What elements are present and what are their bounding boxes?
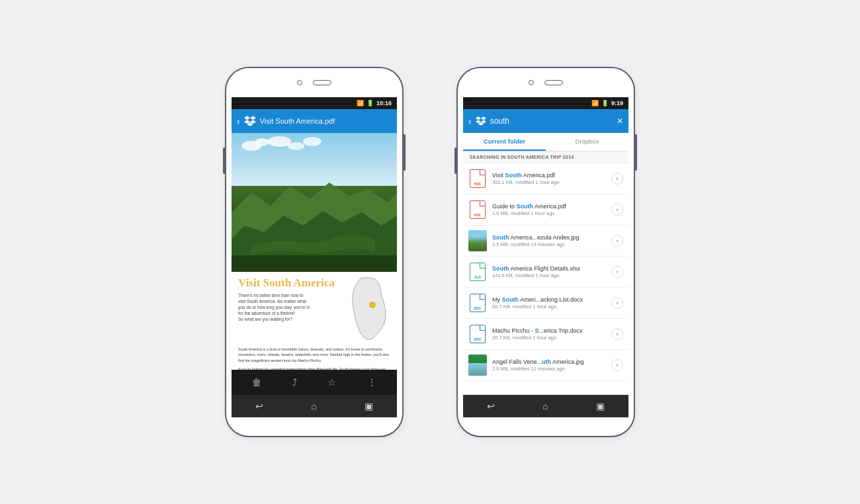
pdf-subtitle: There's no better time than now to visit… (238, 292, 345, 322)
back-button-2[interactable]: ‹ (468, 116, 472, 126)
result-name-1: Visit South America.pdf (492, 172, 606, 179)
cloud-5 (303, 137, 322, 146)
phone-top-2 (458, 68, 634, 97)
nav-home-2[interactable]: ⌂ (542, 401, 548, 411)
file-icon-container: DOC (468, 292, 487, 314)
results-list: PDF Visit South America.pdf 302.1 KB, mo… (463, 163, 628, 395)
result-info-5: My South Ameri...acking List.docx 20.7 K… (492, 296, 606, 310)
app-bar-1: ‹ Visit South America.pdf (232, 109, 397, 133)
search-close-icon[interactable]: ✕ (617, 116, 623, 126)
result-name-4: South America Flight Details.xlsx (492, 265, 606, 272)
pdf-hero-image (232, 133, 397, 272)
pdf-icon-1: PDF (470, 169, 486, 188)
search-input[interactable] (490, 116, 613, 126)
xlsx-icon-1: XLS (470, 263, 486, 281)
phone-1: 📶 🔋 10:16 ‹ Visit South America.pdf (225, 67, 404, 437)
result-info-7: Angel Falls Vene...uth America.jpg 2.9 M… (492, 358, 606, 372)
camera-1 (297, 80, 302, 85)
chevron-down-icon-5[interactable]: ▾ (611, 297, 623, 309)
phone-bottom-1 (226, 417, 402, 436)
result-name-5: My South Ameri...acking List.docx (492, 296, 606, 303)
list-item[interactable]: PDF Guide to South America.pdf 1.0 MB, m… (463, 194, 628, 226)
delete-icon[interactable]: 🗑 (252, 377, 261, 388)
result-info-2: Guide to South America.pdf 1.0 MB, modif… (492, 203, 606, 216)
result-name-6: Machu Picchu - S...erica Trip.docx (492, 327, 606, 334)
search-bar: ‹ ✕ (463, 109, 628, 133)
result-meta-5: 20.7 KB, modified 1 hour ago (492, 304, 606, 310)
star-icon[interactable]: ☆ (327, 377, 336, 388)
thumbnail-2 (468, 355, 487, 376)
file-icon-container: PDF (468, 168, 487, 189)
chevron-down-icon-1[interactable]: ▾ (611, 173, 623, 185)
tab-current-folder[interactable]: Current folder (463, 133, 546, 151)
power-button (403, 134, 406, 171)
nav-recents-1[interactable]: ▣ (365, 401, 373, 411)
thumbnail-1 (468, 230, 487, 251)
camera-2 (529, 80, 534, 85)
result-meta-3: 2.5 MB, modified 14 minutes ago (492, 241, 606, 247)
speaker-2 (544, 80, 563, 85)
clock-1: 10:16 (376, 100, 392, 106)
pdf-content: Visit South America There's no better ti… (232, 133, 397, 370)
south-america-map (347, 277, 390, 340)
list-item[interactable]: XLS South America Flight Details.xlsx 14… (463, 257, 628, 288)
result-name-3: South America...ezula Andes.jpg (492, 234, 606, 241)
result-name-7: Angel Falls Vene...uth America.jpg (492, 358, 606, 365)
chevron-down-icon-4[interactable]: ▾ (611, 266, 623, 278)
phone-top-1 (226, 68, 402, 97)
chevron-down-icon-6[interactable]: ▾ (611, 328, 623, 340)
list-item[interactable]: PDF Visit South America.pdf 302.1 KB, mo… (463, 163, 628, 194)
nav-home-1[interactable]: ⌂ (311, 401, 316, 411)
search-context: SEARCHING IN SOUTH AMERICA TRIP 2014 (463, 151, 628, 163)
result-meta-4: 143.6 KB, modified 1 hour ago (492, 273, 606, 278)
pdf-main-title: Visit South America (238, 277, 345, 290)
status-bar-2: 📶 🔋 9:19 (463, 97, 628, 109)
cloud-2 (255, 138, 269, 146)
list-item[interactable]: DOC My South Ameri...acking List.docx 20… (463, 288, 628, 319)
volume-button-2 (454, 147, 457, 174)
list-item[interactable]: South America...ezula Andes.jpg 2.5 MB, … (463, 226, 628, 257)
more-icon[interactable]: ⋮ (367, 377, 376, 388)
file-icon-container (468, 355, 487, 376)
phone-2: 📶 🔋 9:19 ‹ ✕ Current folder (456, 67, 635, 437)
result-meta-2: 1.0 MB, modified 1 hour ago (492, 210, 606, 216)
list-item[interactable]: DOC Machu Picchu - S...erica Trip.docx 2… (463, 319, 628, 350)
result-info-4: South America Flight Details.xlsx 143.6 … (492, 265, 606, 278)
screen-1: 📶 🔋 10:16 ‹ Visit South America.pdf (232, 97, 397, 417)
result-meta-1: 302.1 KB, modified 1 hour ago (492, 179, 606, 185)
dropbox-logo-2 (476, 116, 486, 126)
pdf-body-text: South America is a land of incredible na… (232, 343, 397, 370)
file-icon-container: DOC (468, 323, 487, 345)
file-icon-container: XLS (468, 261, 487, 282)
tab-bar: Current folder Dropbox (463, 133, 628, 151)
svg-point-3 (370, 302, 375, 308)
list-item[interactable]: Angel Falls Vene...uth America.jpg 2.9 M… (463, 350, 628, 381)
battery-icon-1: 🔋 (366, 100, 374, 106)
wifi-icon-2: 📶 (591, 100, 599, 106)
battery-icon-2: 🔋 (601, 100, 609, 106)
nav-recents-2[interactable]: ▣ (596, 401, 605, 411)
share-icon[interactable]: ⤴ (292, 377, 297, 388)
nav-back-1[interactable]: ↩ (255, 401, 263, 411)
status-bar-1: 📶 🔋 10:16 (232, 97, 397, 109)
volume-button (223, 147, 226, 174)
phone-bottom-2 (458, 417, 634, 436)
speaker-1 (313, 80, 331, 85)
bottom-toolbar-1: 🗑 ⤴ ☆ ⋮ (232, 370, 397, 395)
tab-dropbox[interactable]: Dropbox (546, 133, 628, 151)
docx-icon-1: DOC (470, 294, 486, 312)
power-button-2 (634, 134, 637, 171)
phones-container: 📶 🔋 10:16 ‹ Visit South America.pdf (0, 67, 860, 437)
nav-bar-1: ↩ ⌂ ▣ (232, 395, 397, 417)
result-name-2: Guide to South America.pdf (492, 203, 606, 210)
back-button-1[interactable]: ‹ (237, 116, 240, 126)
nav-back-2[interactable]: ↩ (487, 401, 495, 411)
pdf-title-bar: Visit South America.pdf (260, 117, 392, 125)
file-icon-container (468, 230, 487, 251)
svg-rect-2 (232, 255, 397, 272)
result-info-3: South America...ezula Andes.jpg 2.5 MB, … (492, 234, 606, 247)
chevron-down-icon-2[interactable]: ▾ (611, 204, 623, 216)
chevron-down-icon-7[interactable]: ▾ (611, 359, 623, 371)
mountain-svg (232, 159, 397, 272)
chevron-down-icon-3[interactable]: ▾ (611, 235, 623, 247)
